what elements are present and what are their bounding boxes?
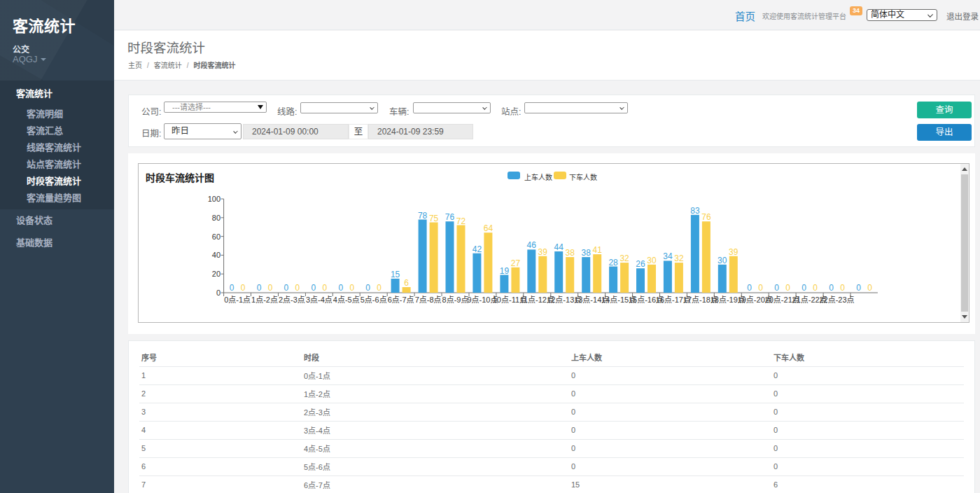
svg-text:44: 44 (554, 242, 564, 252)
svg-text:20: 20 (212, 270, 220, 278)
svg-text:80: 80 (212, 214, 220, 222)
svg-text:3点-4点: 3点-4点 (306, 296, 332, 304)
svg-text:0: 0 (216, 289, 220, 297)
svg-text:0: 0 (295, 283, 300, 293)
svg-text:0: 0 (257, 283, 262, 293)
svg-text:42: 42 (472, 244, 482, 254)
svg-text:0: 0 (323, 283, 328, 293)
svg-text:39: 39 (538, 247, 548, 257)
svg-text:15: 15 (391, 270, 400, 279)
svg-text:72: 72 (456, 216, 466, 226)
svg-text:0: 0 (241, 283, 246, 293)
svg-text:0: 0 (867, 283, 872, 293)
svg-text:6: 6 (404, 278, 409, 288)
svg-text:83: 83 (690, 206, 700, 216)
svg-text:0: 0 (785, 283, 790, 293)
svg-text:76: 76 (701, 212, 711, 222)
svg-text:19: 19 (500, 266, 510, 276)
svg-text:0: 0 (365, 283, 370, 293)
svg-text:34: 34 (663, 251, 673, 261)
svg-text:6点-7点: 6点-7点 (388, 296, 414, 304)
svg-text:32: 32 (674, 254, 684, 263)
svg-text:78: 78 (418, 211, 428, 221)
svg-text:0: 0 (829, 283, 834, 293)
svg-text:60: 60 (212, 232, 220, 241)
svg-text:38: 38 (566, 248, 575, 258)
svg-text:1点-2点: 1点-2点 (251, 296, 278, 304)
svg-text:2点-3点: 2点-3点 (279, 296, 305, 304)
svg-text:0: 0 (312, 283, 316, 293)
svg-text:32: 32 (620, 254, 629, 263)
svg-text:76: 76 (445, 212, 455, 222)
svg-text:5点-6点: 5点-6点 (360, 296, 387, 304)
svg-text:0: 0 (230, 283, 234, 293)
svg-text:0: 0 (758, 283, 763, 293)
svg-text:27: 27 (511, 258, 521, 268)
svg-text:7点-8点: 7点-8点 (415, 296, 442, 304)
svg-text:0: 0 (377, 283, 382, 293)
svg-text:0点-1点: 0点-1点 (224, 296, 251, 304)
svg-text:8点-9点: 8点-9点 (442, 296, 469, 304)
svg-text:0: 0 (774, 283, 779, 293)
svg-text:0: 0 (284, 283, 289, 293)
svg-text:0: 0 (840, 283, 845, 293)
svg-text:0: 0 (856, 283, 861, 293)
svg-text:39: 39 (729, 247, 738, 257)
svg-text:64: 64 (484, 223, 493, 233)
svg-text:0: 0 (802, 283, 806, 293)
svg-text:0: 0 (747, 283, 752, 293)
svg-text:75: 75 (429, 214, 439, 223)
svg-text:28: 28 (608, 258, 618, 268)
svg-text:100: 100 (208, 195, 220, 203)
svg-text:0: 0 (268, 283, 273, 293)
svg-text:26: 26 (636, 259, 645, 269)
svg-text:0: 0 (813, 283, 818, 293)
svg-text:22点-23点: 22点-23点 (819, 296, 854, 304)
svg-text:0: 0 (338, 283, 343, 293)
svg-text:46: 46 (527, 240, 537, 250)
svg-text:41: 41 (593, 245, 603, 255)
svg-text:30: 30 (718, 256, 727, 265)
svg-text:38: 38 (582, 248, 592, 258)
svg-text:4点-5点: 4点-5点 (333, 296, 360, 304)
svg-text:30: 30 (647, 256, 657, 265)
svg-text:0: 0 (349, 283, 354, 293)
svg-text:40: 40 (212, 251, 220, 259)
